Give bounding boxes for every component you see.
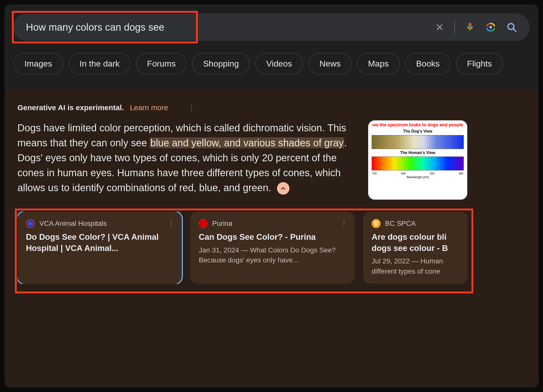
ai-overview-body: Dogs have limited color perception, whic…: [15, 120, 528, 200]
collapse-button[interactable]: [277, 182, 289, 195]
learn-more-link[interactable]: Learn more: [130, 103, 168, 112]
thumb-title: ow the spectrum looks to dogs and people: [371, 122, 465, 128]
thumb-axis-label: Wavelength (nm): [371, 175, 465, 179]
ai-overview-thumbnail[interactable]: ow the spectrum looks to dogs and people…: [368, 120, 467, 200]
ai-overview-block: Generative AI is experimental. Learn mor…: [4, 89, 539, 385]
search-submit-icon[interactable]: [506, 22, 517, 33]
search-bar-container: [13, 13, 530, 41]
clear-icon[interactable]: [435, 22, 444, 32]
ai-overview-text: Dogs have limited color perception, whic…: [17, 120, 354, 200]
svg-point-6: [375, 223, 378, 226]
chip-books[interactable]: Books: [405, 53, 451, 75]
chip-shopping[interactable]: Shopping: [192, 53, 250, 75]
chip-maps[interactable]: Maps: [357, 53, 400, 75]
ai-overview-header: Generative AI is experimental. Learn mor…: [15, 103, 528, 112]
svg-point-0: [489, 26, 492, 29]
thumb-human-label: The Human's View: [371, 151, 465, 155]
source-cards-row: ⋮ VCA Animal Hospitals Do Dogs See Color…: [17, 212, 528, 284]
divider: [454, 21, 455, 34]
ai-overview-menu-icon[interactable]: ⋮: [188, 104, 195, 112]
tick: 500: [430, 172, 434, 175]
tick: 700: [372, 172, 377, 175]
source-card[interactable]: ⋮ Purina Can Dogs See Color? - Purina Ja…: [190, 212, 355, 284]
filter-chips-row: Images In the dark Forums Shopping Video…: [13, 53, 530, 75]
voice-search-icon[interactable]: [465, 22, 475, 32]
card-title: Can Dogs See Color? - Purina: [199, 232, 346, 243]
chip-flights[interactable]: Flights: [456, 53, 503, 75]
search-input[interactable]: [26, 22, 435, 33]
card-title: Do Dogs See Color? | VCA Animal Hospital…: [26, 232, 173, 254]
search-actions: [435, 21, 517, 34]
card-snippet: Jan 31, 2024 — What Colors Do Dogs See? …: [199, 245, 346, 265]
tick: 400: [459, 172, 463, 175]
svg-point-4: [375, 221, 376, 222]
search-results-panel: Images In the dark Forums Shopping Video…: [4, 4, 539, 388]
favicon-icon: [199, 219, 208, 228]
ai-text-highlight: blue and yellow, and various shades of g…: [150, 137, 344, 148]
card-title: Are dogs colour bli dogs see colour - B: [372, 232, 459, 254]
thumb-dog-spectrum: [372, 135, 464, 149]
chip-images[interactable]: Images: [13, 53, 63, 75]
chip-news[interactable]: News: [308, 53, 351, 75]
source-card[interactable]: BC SPCA Are dogs colour bli dogs see col…: [363, 212, 468, 284]
ai-disclaimer-label: Generative AI is experimental.: [17, 103, 124, 112]
search-pill: [13, 13, 530, 41]
source-cards-container: ⋮ VCA Animal Hospitals Do Dogs See Color…: [15, 212, 528, 284]
card-source-name: Purina: [212, 220, 232, 228]
card-menu-icon[interactable]: ⋮: [341, 219, 347, 227]
thumb-dog-label: The Dog's View: [371, 129, 465, 134]
tick: 600: [401, 172, 406, 175]
thumb-human-spectrum: [372, 157, 464, 170]
chip-videos[interactable]: Videos: [255, 53, 303, 75]
source-card[interactable]: ⋮ VCA Animal Hospitals Do Dogs See Color…: [17, 212, 182, 284]
chip-forums[interactable]: Forums: [136, 53, 187, 75]
favicon-icon: [372, 219, 381, 228]
image-search-icon[interactable]: [485, 22, 496, 33]
thumb-axis-ticks: 700 600 500 400: [371, 172, 465, 175]
card-snippet: Jul 29, 2022 — Human different types of …: [372, 256, 459, 276]
card-menu-icon[interactable]: ⋮: [168, 219, 174, 227]
card-source-name: VCA Animal Hospitals: [39, 220, 107, 228]
chip-in-the-dark[interactable]: In the dark: [69, 53, 131, 75]
favicon-icon: [26, 219, 35, 228]
card-source-name: BC SPCA: [385, 220, 416, 228]
svg-point-5: [376, 221, 377, 222]
